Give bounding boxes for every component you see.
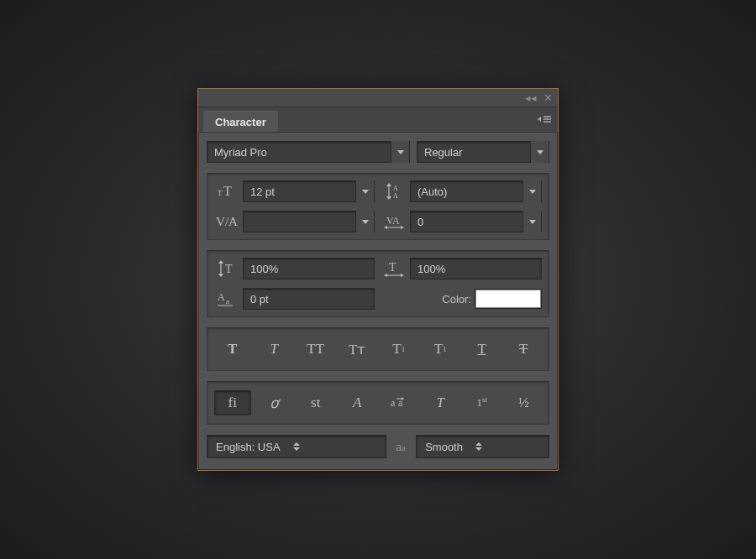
panel-titlebar: ◂◂ ✕: [198, 89, 558, 107]
svg-marker-21: [384, 274, 387, 277]
fractions-button[interactable]: ½: [506, 390, 543, 415]
svg-text:T: T: [389, 261, 396, 274]
chevron-down-icon: [355, 211, 374, 232]
svg-marker-0: [538, 117, 541, 122]
strikethrough-button[interactable]: T: [506, 337, 543, 362]
discretionary-lig-button[interactable]: st: [297, 390, 334, 415]
language-value: English: USA: [216, 441, 281, 453]
svg-marker-14: [401, 226, 404, 229]
tracking-dropdown[interactable]: 0: [410, 211, 542, 232]
font-size-dropdown[interactable]: 12 pt: [243, 180, 375, 202]
font-family-dropdown[interactable]: Myriad Pro: [207, 141, 410, 163]
panel-menu-icon[interactable]: [538, 114, 551, 126]
baseline-shift-field[interactable]: 0 pt: [243, 288, 375, 310]
vertical-scale-value: 100%: [250, 263, 278, 275]
subscript-button[interactable]: T1: [423, 337, 459, 362]
panel-content: Myriad Pro Regular TT 12 pt: [198, 133, 558, 470]
tracking-icon: VA: [381, 211, 407, 232]
chevron-down-icon: [530, 141, 549, 163]
svg-marker-22: [401, 274, 404, 277]
faux-italic-button[interactable]: T: [256, 337, 293, 362]
antialias-icon: aa: [393, 440, 410, 454]
horizontal-scale-icon: T: [381, 258, 407, 280]
underline-button[interactable]: T: [464, 337, 501, 362]
leading-value: (Auto): [417, 185, 447, 198]
tab-character[interactable]: Character: [203, 111, 278, 132]
antialias-value: Smooth: [425, 441, 463, 453]
svg-text:VA: VA: [386, 215, 400, 227]
svg-text:A: A: [218, 291, 225, 303]
collapse-icon[interactable]: ◂◂: [525, 92, 537, 103]
svg-marker-29: [402, 397, 404, 400]
chevron-down-icon: [522, 211, 541, 232]
baseline-shift-icon: A a: [214, 288, 239, 310]
svg-text:A: A: [393, 192, 398, 200]
all-caps-button[interactable]: TT: [297, 337, 334, 362]
spinner-icon: [291, 442, 302, 451]
stylistic-alt-button[interactable]: aa: [381, 390, 417, 415]
svg-text:A: A: [393, 185, 398, 192]
font-size-value: 12 pt: [250, 185, 275, 198]
transform-group: T 100% T: [207, 250, 549, 317]
ordinals-button[interactable]: 1st: [464, 390, 501, 415]
chevron-down-icon: [522, 180, 541, 202]
horizontal-scale-field[interactable]: 100%: [410, 258, 542, 280]
titling-alt-button[interactable]: T: [423, 390, 459, 415]
svg-text:a: a: [391, 397, 396, 409]
leading-dropdown[interactable]: (Auto): [410, 180, 542, 202]
chevron-down-icon: [391, 141, 409, 163]
font-family-value: Myriad Pro: [214, 146, 267, 159]
antialias-dropdown[interactable]: Smooth: [416, 435, 549, 458]
language-dropdown[interactable]: English: USA: [207, 435, 386, 458]
svg-text:T: T: [225, 263, 233, 275]
typestyle-group: T T TT Tᴛ T1 T1 T T: [207, 327, 549, 371]
kerning-icon: V/A: [214, 211, 239, 232]
svg-text:a: a: [226, 297, 229, 306]
vertical-scale-field[interactable]: 100%: [243, 258, 375, 280]
metrics-group: TT 12 pt A A: [207, 173, 549, 240]
leading-icon: A A: [381, 180, 407, 202]
small-caps-button[interactable]: Tᴛ: [339, 337, 376, 362]
font-style-dropdown[interactable]: Regular: [417, 141, 549, 163]
color-label: Color:: [442, 293, 471, 306]
superscript-button[interactable]: T1: [381, 337, 417, 362]
ligatures-button[interactable]: fi: [214, 390, 251, 415]
kerning-dropdown[interactable]: [243, 211, 375, 232]
font-style-value: Regular: [424, 146, 463, 159]
spinner-icon: [473, 442, 485, 451]
tab-row: Character: [198, 107, 558, 133]
horizontal-scale-value: 100%: [417, 263, 445, 275]
character-panel: ◂◂ ✕ Character Myriad Pro Regular: [197, 88, 559, 471]
baseline-shift-value: 0 pt: [250, 293, 269, 306]
swash-button[interactable]: A: [339, 390, 376, 415]
svg-text:T: T: [218, 189, 223, 197]
svg-marker-13: [384, 226, 387, 229]
close-icon[interactable]: ✕: [543, 92, 553, 103]
tracking-value: 0: [417, 216, 423, 228]
svg-text:T: T: [223, 184, 232, 198]
faux-bold-button[interactable]: T: [214, 337, 251, 362]
contextual-alt-button[interactable]: ơ: [256, 390, 293, 415]
color-swatch[interactable]: [475, 289, 542, 309]
vertical-scale-icon: T: [214, 258, 239, 280]
font-size-icon: TT: [214, 180, 239, 202]
opentype-group: fi ơ st A aa T 1st ½: [207, 381, 549, 425]
chevron-down-icon: [355, 180, 374, 202]
